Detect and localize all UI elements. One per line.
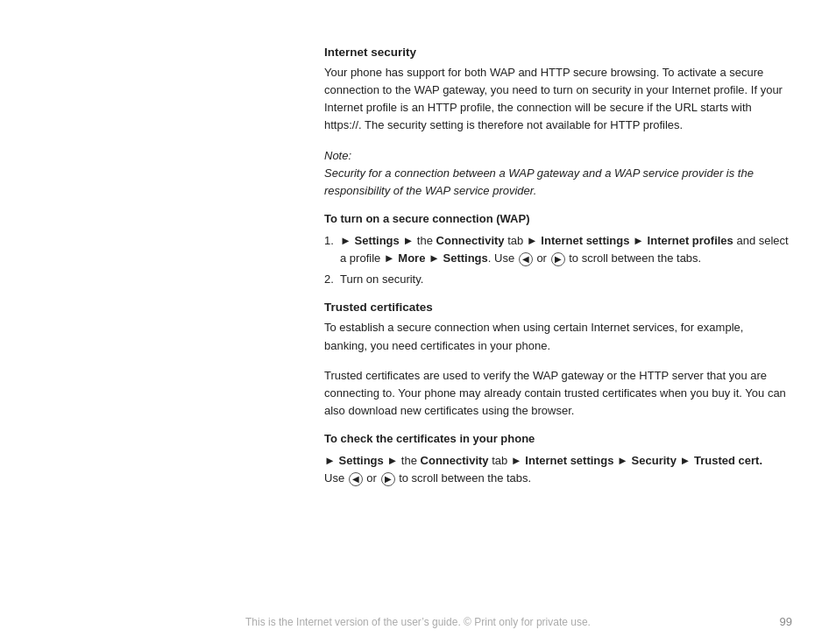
trusted-certs-section: Trusted certificates To establish a secu… (324, 301, 789, 487)
check-certs-instruction: ► Settings ► the Connectivity tab ► Inte… (324, 452, 789, 487)
wap-instruction-heading: To turn on a secure connection (WAP) (324, 212, 789, 225)
step-1-num: 1. (324, 232, 334, 250)
step-2-num: 2. (324, 271, 334, 288)
step-1: 1. ► Settings ► the Connectivity tab ► I… (324, 232, 789, 267)
settings-bold-2: Settings (443, 251, 488, 265)
internet-profiles-bold: Internet profiles (648, 234, 733, 247)
trusted-cert-bold: Trusted cert. (694, 454, 762, 467)
step-2-content: Turn on security. (340, 272, 423, 286)
internet-security-para1: Your phone has support for both WAP and … (324, 64, 789, 135)
step-1-content: ► Settings ► the Connectivity tab ► Inte… (340, 234, 789, 265)
page-container: Internet security Your phone has support… (0, 0, 836, 644)
internet-security-note: Note: Security for a connection between … (324, 147, 789, 200)
trusted-certs-heading: Trusted certificates (324, 301, 789, 314)
note-label: Note: (324, 149, 351, 162)
trusted-certs-para2: Trusted certificates are used to verify … (324, 367, 789, 420)
step-2: 2. Turn on security. (324, 271, 789, 288)
check-certs-heading: To check the certificates in your phone (324, 432, 789, 445)
footer-text: This is the Internet version of the user… (0, 616, 836, 628)
scroll-icon-left-1: ◀ (519, 252, 533, 266)
scroll-icon-left-2: ◀ (349, 472, 363, 486)
wap-steps: 1. ► Settings ► the Connectivity tab ► I… (324, 232, 789, 288)
settings-bold-1: Settings (354, 234, 399, 247)
security-bold: Security (632, 454, 677, 467)
content-area: Internet security Your phone has support… (324, 46, 789, 499)
internet-security-heading: Internet security (324, 46, 789, 59)
scroll-icon-right-1: ▶ (551, 252, 565, 266)
trusted-certs-para1: To establish a secure connection when us… (324, 319, 789, 354)
settings-bold-3: Settings (338, 454, 383, 467)
connectivity-bold-1: Connectivity (436, 234, 505, 247)
scroll-icon-right-2: ▶ (381, 472, 395, 486)
more-bold: More (398, 251, 425, 265)
internet-settings-bold-2: Internet settings (525, 454, 613, 467)
connectivity-bold-2: Connectivity (421, 454, 489, 467)
internet-settings-bold-1: Internet settings (541, 234, 629, 247)
internet-security-section: Internet security Your phone has support… (324, 46, 789, 288)
